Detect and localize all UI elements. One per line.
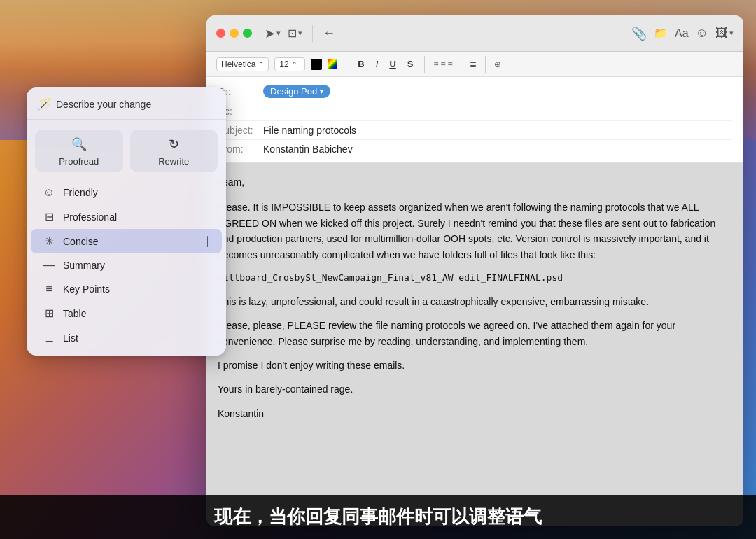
friendly-icon: ☺: [42, 186, 56, 199]
font-size: 12: [279, 59, 288, 69]
key-points-icon: ≡: [42, 283, 56, 295]
font-chevron: ⌃: [258, 61, 264, 68]
subtitle-text: 现在，当你回复同事邮件时可以调整语气: [214, 506, 542, 527]
mail-body[interactable]: Team, Please. It is IMPOSSIBLE to keep a…: [206, 163, 743, 526]
menu-item-friendly[interactable]: ☺ Friendly: [31, 181, 222, 204]
font-icon[interactable]: Aa: [675, 27, 689, 40]
size-chevron: ⌃: [292, 61, 298, 68]
proofread-label: Proofread: [59, 156, 99, 167]
menu-item-table[interactable]: ⊞ Table: [31, 301, 222, 326]
from-value: Konstantin Babichev: [263, 144, 353, 155]
menu-item-list[interactable]: ≣ List: [31, 326, 222, 350]
concise-label: Concise: [63, 236, 99, 247]
subject-field-row: Subject: File naming protocols: [218, 121, 732, 140]
body-paragraph-3: Please, please, PLEASE review the file n…: [218, 318, 732, 349]
folder-icon[interactable]: 📁: [654, 27, 668, 40]
mail-header-fields: To: Design Pod ▾ Cc: Subject: File namin…: [206, 77, 743, 163]
format-sep-4: [485, 56, 486, 73]
body-signature: Konstantin: [218, 406, 732, 421]
align-left-icon[interactable]: ≡: [433, 59, 438, 69]
professional-icon: ⊟: [42, 210, 56, 223]
send-icon[interactable]: ➤ ▾: [265, 26, 281, 41]
rewrite-icon: ↻: [169, 136, 179, 152]
cursor-indicator: │: [205, 236, 211, 246]
mail-window: ➤ ▾ ⊡ ▾ ← 📎 📁 Aa ☺ 🖼 ▾ Helvetica ⌃ 12: [206, 15, 743, 526]
cc-field-row: Cc:: [218, 102, 732, 121]
close-button[interactable]: [216, 29, 225, 38]
from-field-row: From: Konstantin Babichev: [218, 140, 732, 158]
minimize-button[interactable]: [230, 29, 239, 38]
font-name: Helvetica: [221, 59, 255, 69]
summary-label: Summary: [63, 260, 105, 271]
key-points-label: Key Points: [63, 284, 110, 295]
menu-item-summary[interactable]: — Summary: [31, 253, 222, 277]
ai-panel-header: 🪄 Describe your change: [27, 97, 226, 120]
italic-button[interactable]: I: [373, 58, 382, 70]
alignment-group: ≡ ≡ ≡: [433, 59, 452, 69]
photo-icon[interactable]: 🖼 ▾: [715, 26, 734, 41]
body-paragraph-4: I promise I don't enjoy writing these em…: [218, 358, 732, 373]
attachment-icon[interactable]: 📎: [631, 26, 647, 41]
emoji-icon[interactable]: ☺: [696, 26, 708, 41]
proofread-icon: 🔍: [71, 136, 87, 152]
format-sep-3: [461, 56, 461, 73]
list-label: List: [63, 332, 78, 344]
to-recipient-name: Design Pod: [270, 86, 317, 97]
underline-button[interactable]: U: [386, 58, 398, 70]
bold-button[interactable]: B: [355, 58, 367, 70]
highlight-color-picker[interactable]: [328, 59, 337, 69]
table-icon: ⊞: [42, 307, 56, 320]
maximize-button[interactable]: [243, 29, 252, 38]
to-field-row: To: Design Pod ▾: [218, 81, 732, 102]
compose-icon[interactable]: ⊡ ▾: [288, 27, 302, 40]
proofread-button[interactable]: 🔍 Proofread: [35, 130, 123, 172]
list-format-icon[interactable]: ≣: [470, 59, 477, 69]
body-filename: Billboard_CrosbySt_NewCampaign_Final_v81…: [218, 271, 732, 286]
format-bar: Helvetica ⌃ 12 ⌃ B I U S ≡ ≡ ≡ ≣ ⊕: [206, 52, 743, 77]
font-size-selector[interactable]: 12 ⌃: [274, 57, 305, 71]
table-label: Table: [63, 308, 86, 319]
subject-value[interactable]: File naming protocols: [263, 125, 356, 136]
ai-panel-icon: 🪄: [38, 97, 52, 111]
subtitle-bar: 现在，当你回复同事邮件时可以调整语气: [0, 495, 756, 539]
traffic-lights: [216, 29, 252, 38]
to-dropdown-arrow[interactable]: ▾: [320, 88, 323, 95]
to-recipient-badge[interactable]: Design Pod ▾: [263, 85, 330, 98]
rewrite-label: Rewrite: [158, 156, 189, 167]
ai-panel-title: Describe your change: [56, 99, 151, 110]
friendly-label: Friendly: [63, 187, 98, 198]
summary-icon: —: [42, 259, 56, 272]
menu-item-concise[interactable]: ✳ Concise │: [31, 229, 222, 253]
body-paragraph-1: Please. It is IMPOSSIBLE to keep assets …: [218, 200, 732, 262]
format-sep-2: [424, 56, 425, 73]
font-selector[interactable]: Helvetica ⌃: [216, 57, 269, 71]
menu-item-professional[interactable]: ⊟ Professional: [31, 204, 222, 229]
more-format-icon[interactable]: ⊕: [494, 59, 501, 69]
mail-toolbar: ➤ ▾ ⊡ ▾ ← 📎 📁 Aa ☺ 🖼 ▾: [206, 15, 743, 52]
format-sep-1: [346, 56, 346, 73]
list-icon: ≣: [42, 331, 56, 344]
text-color-picker[interactable]: [311, 59, 322, 70]
professional-label: Professional: [63, 211, 117, 223]
body-paragraph-5: Yours in barely-contained rage.: [218, 382, 732, 397]
ai-writing-panel: 🪄 Describe your change 🔍 Proofread ↻ Rew…: [27, 88, 226, 356]
body-paragraph-2: This is lazy, unprofessional, and could …: [218, 294, 732, 309]
ai-action-row: 🔍 Proofread ↻ Rewrite: [27, 125, 226, 181]
toolbar-separator: [312, 25, 313, 42]
back-icon[interactable]: ←: [323, 26, 335, 41]
menu-item-key-points[interactable]: ≡ Key Points: [31, 277, 222, 301]
body-greeting: Team,: [218, 174, 732, 190]
strikethrough-button[interactable]: S: [405, 58, 416, 70]
rewrite-button[interactable]: ↻ Rewrite: [130, 130, 218, 172]
align-right-icon[interactable]: ≡: [447, 59, 452, 69]
align-center-icon[interactable]: ≡: [440, 59, 445, 69]
concise-icon: ✳: [42, 234, 56, 248]
